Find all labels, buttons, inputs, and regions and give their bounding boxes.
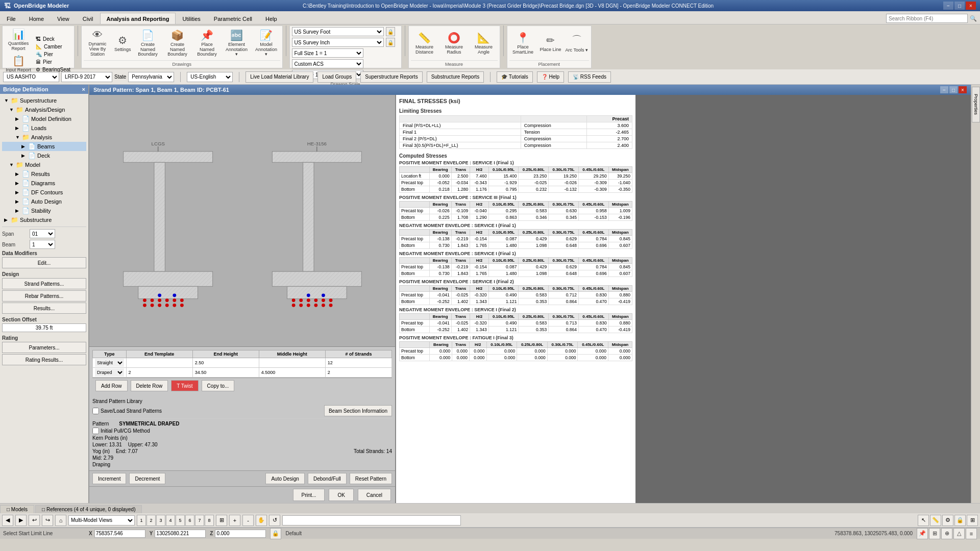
measure-distance-button[interactable]: 📏 Measure Distance (411, 31, 438, 56)
grid-toggle-button[interactable]: ⊞ (929, 528, 940, 539)
zoom-in-button[interactable]: + (229, 515, 240, 526)
snap-button[interactable]: 📌 (917, 528, 928, 539)
command-input[interactable] (282, 515, 461, 525)
maximize-button[interactable]: □ (954, 2, 965, 10)
measure-radius-button[interactable]: ⭕ Measure Radius (440, 31, 468, 56)
tree-node-auto-design[interactable]: ▶ 📄 Auto Design (2, 197, 86, 206)
x-input[interactable] (94, 530, 145, 538)
beam-button[interactable]: 🔩 Pier (34, 51, 72, 58)
parameters-button[interactable]: Parameters... (2, 342, 86, 353)
mid-height-1[interactable] (261, 359, 323, 367)
settings-tool-button[interactable]: ⚙ (942, 515, 953, 526)
arc-tools-button[interactable]: ⌒ Arc Tools ▾ (565, 32, 589, 54)
substructure-reports-button[interactable]: Substructure Reports (427, 71, 484, 83)
tree-node-results[interactable]: ▶ 📄 Results (2, 169, 86, 179)
tab-parametric[interactable]: Parametric Cell (207, 13, 259, 24)
end-height-2[interactable] (195, 368, 257, 377)
view-6-button[interactable]: 6 (185, 515, 194, 526)
unit-select-2[interactable]: US Survey Inch US Survey Foot (292, 38, 384, 47)
view-3-button[interactable]: 3 (156, 515, 165, 526)
unit-select[interactable]: US Survey Foot US Survey Inch (292, 27, 384, 36)
measure-angle-button[interactable]: 📐 Measure Angle (470, 31, 498, 56)
span-select[interactable]: 01 (30, 229, 55, 238)
view-7-button[interactable]: 7 (195, 515, 204, 526)
twist-button[interactable]: T Twist (171, 380, 198, 391)
tree-node-analysis[interactable]: ▼ 📁 Analysis (2, 133, 86, 142)
rotate-button[interactable]: ↺ (269, 515, 280, 526)
references-tab[interactable]: □ References (4 of 4 unique, 0 displayed… (35, 505, 142, 513)
tree-node-loads[interactable]: ▶ 📄 Loads (2, 123, 86, 133)
accudraw-button[interactable]: △ (953, 528, 965, 539)
view-1-button[interactable]: 1 (137, 515, 146, 526)
rss-feeds-button[interactable]: 📡 RSS Feeds (568, 71, 611, 83)
view-5-button[interactable]: 5 (176, 515, 185, 526)
scale-icon-btn-2[interactable]: 🔒 (386, 38, 395, 47)
camber-button[interactable]: 📐 Camber (34, 43, 72, 50)
home-button[interactable]: ⌂ (55, 515, 66, 526)
undo-button[interactable]: ↩ (29, 515, 40, 526)
tree-node-stability[interactable]: ▶ 📄 Stability (2, 206, 86, 215)
beam-section-button[interactable]: Beam Section Information (324, 405, 392, 416)
scale-icon-btn-1[interactable]: 🔒 (386, 27, 395, 36)
load-groups-button[interactable]: Load Groups (317, 71, 356, 83)
select-tool-button[interactable]: ↖ (918, 515, 929, 526)
strand-patterns-button[interactable]: Strand Patterns... (2, 278, 86, 289)
z-input[interactable] (215, 530, 266, 538)
beam-select[interactable]: 1 (30, 240, 55, 249)
properties-tab[interactable]: Properties (972, 87, 980, 122)
place-line-button[interactable]: ✏ Place Line (539, 33, 562, 54)
pier-button[interactable]: 🏛 Pier (34, 59, 72, 65)
reset-pattern-button[interactable]: Reset Pattern (350, 473, 392, 484)
fit-button[interactable]: ⊞ (216, 515, 227, 526)
create-named-boundary-button[interactable]: 📦 Create Named Boundary (164, 28, 191, 59)
full-size-select[interactable]: Full Size 1 = 1 Half Size 1 = 2 (292, 48, 363, 58)
place-smartline-button[interactable]: 📍 Place SmartLine (509, 31, 537, 56)
create-drawings-button[interactable]: 📄 Create Named Boundary (134, 28, 162, 59)
tab-analysis[interactable]: Analysis and Reporting (100, 13, 176, 24)
forward-button[interactable]: ▶ (15, 515, 27, 526)
auto-design-button[interactable]: Auto Design (265, 473, 304, 484)
live-load-library-button[interactable]: Live Load Material Library (246, 71, 313, 83)
dialog-minimize-button[interactable]: − (940, 86, 948, 93)
standard-select[interactable]: US AASHTO (3, 72, 59, 82)
tab-file[interactable]: File (0, 13, 22, 24)
tab-home[interactable]: Home (22, 13, 51, 24)
initial-pull-check[interactable] (92, 428, 99, 434)
add-row-button[interactable]: Add Row (95, 380, 128, 391)
ok-button[interactable]: OK (329, 489, 353, 501)
grid-button[interactable]: ⊞ (967, 515, 978, 526)
cancel-button[interactable]: Cancel (358, 489, 391, 501)
end-template-1[interactable] (129, 359, 190, 367)
tab-view[interactable]: View (51, 13, 76, 24)
measure-tool-button[interactable]: 📏 (930, 515, 941, 526)
copy-to-button[interactable]: Copy to... (202, 380, 235, 391)
save-load-checkbox[interactable] (92, 408, 99, 414)
view-2-button[interactable]: 2 (146, 515, 156, 526)
zoom-out-button[interactable]: - (242, 515, 254, 526)
tree-node-diagrams[interactable]: ▶ 📄 Diagrams (2, 179, 86, 188)
results-button[interactable]: Results... (2, 303, 86, 314)
element-annotation-button[interactable]: 🔤 Element Annotation ▾ (223, 28, 251, 59)
mid-height-2[interactable] (261, 368, 323, 377)
taskbar-button[interactable]: ≡ (966, 528, 977, 539)
close-button[interactable]: × (966, 2, 976, 10)
tree-node-analysis-design[interactable]: ▼ 📁 Analysis/Design (2, 105, 86, 114)
tree-node-beams[interactable]: ▶ 📄 Beams (2, 142, 86, 151)
model-annotation-button[interactable]: 📝 Model Annotation ▾ (253, 28, 280, 59)
help-button[interactable]: ❓ Help (537, 71, 564, 83)
ribbon-search-input[interactable] (886, 14, 968, 23)
ortho-button[interactable]: ⊕ (941, 528, 952, 539)
unit-system-select[interactable]: US-English (187, 72, 233, 82)
dialog-maximize-button[interactable]: □ (949, 86, 958, 93)
view-8-button[interactable]: 8 (205, 515, 214, 526)
tree-node-superstructure[interactable]: ▼ 📁 Superstructure (2, 96, 86, 105)
end-height-1[interactable] (195, 359, 257, 367)
tree-node-substructure[interactable]: ▶ 📁 Substructure (2, 215, 86, 224)
acs-select[interactable]: Custom ACS (292, 59, 363, 68)
decrement-button[interactable]: Decrement (129, 473, 165, 484)
type-select-1[interactable]: StraightDraped (95, 359, 124, 367)
deck-button[interactable]: 🏗 Deck (34, 36, 72, 42)
superstructure-reports-button[interactable]: Superstructure Reports (360, 71, 422, 83)
y-input[interactable] (155, 530, 206, 538)
settings-button[interactable]: ⚙ Settings (113, 33, 132, 54)
